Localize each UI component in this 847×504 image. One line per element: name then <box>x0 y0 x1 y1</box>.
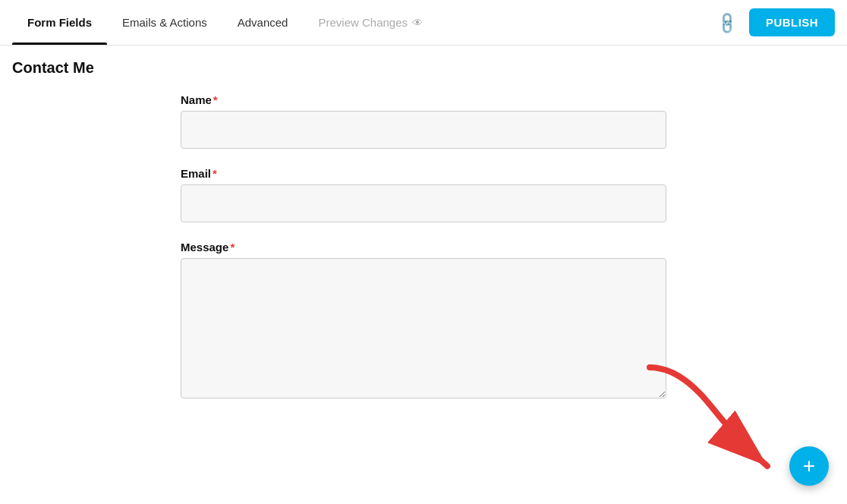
required-star-message: * <box>230 241 235 254</box>
required-star-email: * <box>213 167 217 180</box>
field-group-email: Email* <box>181 167 666 222</box>
field-label-email: Email* <box>181 167 666 180</box>
link-icon-button[interactable]: 🔗 <box>713 9 740 36</box>
field-group-message: Message* <box>181 241 666 398</box>
field-group-name: Name* <box>181 93 666 149</box>
top-bar: Form Fields Emails & Actions Advanced Pr… <box>0 0 847 46</box>
form-area: Name* Email* Message* <box>0 86 847 411</box>
tab-preview-changes[interactable]: Preview Changes 👁 <box>303 0 438 45</box>
plus-icon: + <box>803 455 815 477</box>
top-bar-right: 🔗 PUBLISH <box>713 8 835 36</box>
tab-list: Form Fields Emails & Actions Advanced Pr… <box>12 0 438 45</box>
message-textarea[interactable] <box>181 258 666 398</box>
field-label-name: Name* <box>181 93 666 106</box>
email-input[interactable] <box>181 184 666 222</box>
fab-add-button[interactable]: + <box>789 446 829 486</box>
link-icon: 🔗 <box>713 9 740 36</box>
tab-advanced[interactable]: Advanced <box>222 0 304 45</box>
tab-emails-actions[interactable]: Emails & Actions <box>107 0 222 45</box>
eye-icon: 👁 <box>412 17 423 29</box>
tab-form-fields[interactable]: Form Fields <box>12 0 107 45</box>
name-input[interactable] <box>181 111 666 149</box>
required-star-name: * <box>213 93 218 106</box>
form-inner: Name* Email* Message* <box>181 93 666 398</box>
page-title: Contact Me <box>0 46 847 86</box>
field-label-message: Message* <box>181 241 666 254</box>
publish-button[interactable]: PUBLISH <box>749 8 835 36</box>
